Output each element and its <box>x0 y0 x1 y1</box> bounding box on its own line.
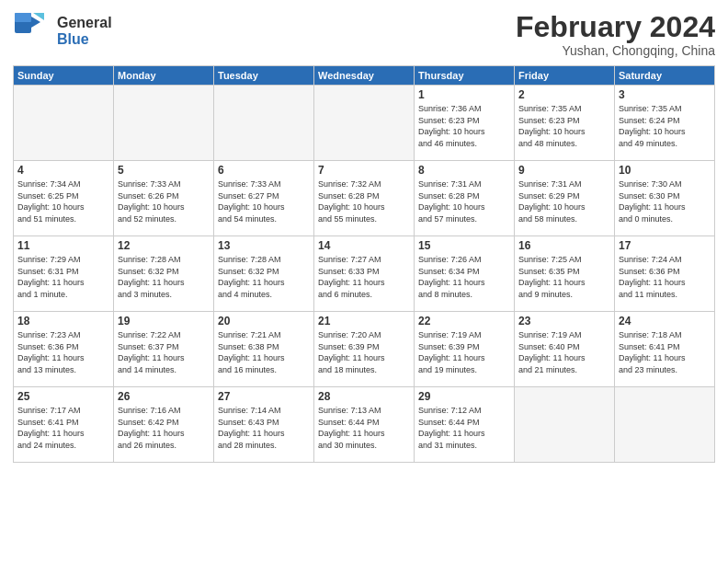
day-info: Sunrise: 7:13 AM Sunset: 6:44 PM Dayligh… <box>318 405 410 451</box>
day-info: Sunrise: 7:23 AM Sunset: 6:36 PM Dayligh… <box>17 329 109 375</box>
calendar-day-cell: 24Sunrise: 7:18 AM Sunset: 6:41 PM Dayli… <box>615 312 715 387</box>
day-number: 9 <box>518 164 610 177</box>
day-info: Sunrise: 7:12 AM Sunset: 6:44 PM Dayligh… <box>418 405 510 451</box>
calendar-weekday-header: Wednesday <box>314 66 415 86</box>
day-number: 24 <box>619 315 711 327</box>
day-number: 13 <box>218 239 310 252</box>
calendar-day-cell <box>14 86 114 161</box>
svg-rect-1 <box>15 13 31 22</box>
day-info: Sunrise: 7:24 AM Sunset: 6:36 PM Dayligh… <box>619 254 711 300</box>
calendar-day-cell: 23Sunrise: 7:19 AM Sunset: 6:40 PM Dayli… <box>515 312 615 387</box>
title-month-year: February 2024 <box>516 11 715 43</box>
day-info: Sunrise: 7:35 AM Sunset: 6:23 PM Dayligh… <box>518 103 610 149</box>
logo-flag-icon <box>13 11 53 52</box>
calendar-day-cell: 22Sunrise: 7:19 AM Sunset: 6:39 PM Dayli… <box>415 312 515 387</box>
day-number: 15 <box>418 239 510 252</box>
day-info: Sunrise: 7:30 AM Sunset: 6:30 PM Dayligh… <box>619 178 711 224</box>
day-info: Sunrise: 7:29 AM Sunset: 6:31 PM Dayligh… <box>17 254 109 300</box>
day-number: 20 <box>218 315 310 327</box>
day-info: Sunrise: 7:36 AM Sunset: 6:23 PM Dayligh… <box>418 103 510 149</box>
page: General Blue February 2024 Yushan, Chong… <box>0 0 728 563</box>
day-info: Sunrise: 7:22 AM Sunset: 6:37 PM Dayligh… <box>118 329 210 375</box>
day-info: Sunrise: 7:33 AM Sunset: 6:27 PM Dayligh… <box>218 178 310 224</box>
calendar-day-cell: 28Sunrise: 7:13 AM Sunset: 6:44 PM Dayli… <box>314 387 415 463</box>
day-info: Sunrise: 7:25 AM Sunset: 6:35 PM Dayligh… <box>518 254 610 300</box>
day-number: 22 <box>418 315 510 327</box>
calendar-day-cell: 9Sunrise: 7:31 AM Sunset: 6:29 PM Daylig… <box>515 161 615 236</box>
calendar-day-cell: 10Sunrise: 7:30 AM Sunset: 6:30 PM Dayli… <box>615 161 715 236</box>
calendar-day-cell <box>114 86 214 161</box>
header: General Blue February 2024 Yushan, Chong… <box>13 11 715 58</box>
day-number: 26 <box>118 390 210 403</box>
day-number: 23 <box>518 315 610 327</box>
calendar-day-cell <box>515 387 615 463</box>
calendar-day-cell: 4Sunrise: 7:34 AM Sunset: 6:25 PM Daylig… <box>14 161 114 236</box>
calendar-day-cell: 12Sunrise: 7:28 AM Sunset: 6:32 PM Dayli… <box>114 236 214 312</box>
day-number: 14 <box>318 239 410 252</box>
calendar-day-cell: 8Sunrise: 7:31 AM Sunset: 6:28 PM Daylig… <box>415 161 515 236</box>
day-info: Sunrise: 7:19 AM Sunset: 6:40 PM Dayligh… <box>518 329 610 375</box>
calendar-week-row: 4Sunrise: 7:34 AM Sunset: 6:25 PM Daylig… <box>14 161 715 236</box>
calendar-day-cell: 20Sunrise: 7:21 AM Sunset: 6:38 PM Dayli… <box>214 312 314 387</box>
calendar-day-cell: 25Sunrise: 7:17 AM Sunset: 6:41 PM Dayli… <box>14 387 114 463</box>
day-number: 29 <box>418 390 510 403</box>
calendar-week-row: 25Sunrise: 7:17 AM Sunset: 6:41 PM Dayli… <box>14 387 715 463</box>
calendar-header-row: SundayMondayTuesdayWednesdayThursdayFrid… <box>14 66 715 86</box>
calendar-day-cell: 1Sunrise: 7:36 AM Sunset: 6:23 PM Daylig… <box>415 86 515 161</box>
day-number: 8 <box>418 164 510 177</box>
day-info: Sunrise: 7:17 AM Sunset: 6:41 PM Dayligh… <box>17 405 109 451</box>
logo-blue: Blue <box>57 31 112 48</box>
calendar-day-cell: 17Sunrise: 7:24 AM Sunset: 6:36 PM Dayli… <box>615 236 715 312</box>
calendar-day-cell: 7Sunrise: 7:32 AM Sunset: 6:28 PM Daylig… <box>314 161 415 236</box>
calendar-day-cell: 11Sunrise: 7:29 AM Sunset: 6:31 PM Dayli… <box>14 236 114 312</box>
title-block: February 2024 Yushan, Chongqing, China <box>516 11 715 58</box>
day-number: 27 <box>218 390 310 403</box>
day-number: 3 <box>619 88 711 101</box>
calendar-weekday-header: Saturday <box>615 66 715 86</box>
calendar-weekday-header: Tuesday <box>214 66 314 86</box>
calendar-week-row: 11Sunrise: 7:29 AM Sunset: 6:31 PM Dayli… <box>14 236 715 312</box>
calendar-weekday-header: Friday <box>515 66 615 86</box>
day-info: Sunrise: 7:33 AM Sunset: 6:26 PM Dayligh… <box>118 178 210 224</box>
day-number: 10 <box>619 164 711 177</box>
calendar-weekday-header: Thursday <box>415 66 515 86</box>
calendar-day-cell: 13Sunrise: 7:28 AM Sunset: 6:32 PM Dayli… <box>214 236 314 312</box>
calendar-day-cell: 14Sunrise: 7:27 AM Sunset: 6:33 PM Dayli… <box>314 236 415 312</box>
calendar-day-cell <box>314 86 415 161</box>
day-number: 1 <box>418 88 510 101</box>
calendar-day-cell: 26Sunrise: 7:16 AM Sunset: 6:42 PM Dayli… <box>114 387 214 463</box>
day-number: 11 <box>17 239 109 252</box>
day-number: 18 <box>17 315 109 327</box>
calendar-day-cell: 29Sunrise: 7:12 AM Sunset: 6:44 PM Dayli… <box>415 387 515 463</box>
day-number: 2 <box>518 88 610 101</box>
title-location: Yushan, Chongqing, China <box>516 43 715 58</box>
calendar-day-cell: 21Sunrise: 7:20 AM Sunset: 6:39 PM Dayli… <box>314 312 415 387</box>
day-number: 17 <box>619 239 711 252</box>
day-number: 4 <box>17 164 109 177</box>
logo: General Blue <box>13 11 112 52</box>
day-info: Sunrise: 7:27 AM Sunset: 6:33 PM Dayligh… <box>318 254 410 300</box>
day-number: 12 <box>118 239 210 252</box>
logo-text: General Blue <box>57 15 112 47</box>
day-number: 19 <box>118 315 210 327</box>
calendar-weekday-header: Monday <box>114 66 214 86</box>
calendar-day-cell: 16Sunrise: 7:25 AM Sunset: 6:35 PM Dayli… <box>515 236 615 312</box>
day-info: Sunrise: 7:31 AM Sunset: 6:29 PM Dayligh… <box>518 178 610 224</box>
day-number: 16 <box>518 239 610 252</box>
day-info: Sunrise: 7:26 AM Sunset: 6:34 PM Dayligh… <box>418 254 510 300</box>
calendar-day-cell: 18Sunrise: 7:23 AM Sunset: 6:36 PM Dayli… <box>14 312 114 387</box>
calendar-table: SundayMondayTuesdayWednesdayThursdayFrid… <box>13 65 715 463</box>
calendar-day-cell <box>214 86 314 161</box>
logo-general: General <box>57 15 112 31</box>
calendar-day-cell: 6Sunrise: 7:33 AM Sunset: 6:27 PM Daylig… <box>214 161 314 236</box>
calendar-day-cell: 19Sunrise: 7:22 AM Sunset: 6:37 PM Dayli… <box>114 312 214 387</box>
svg-marker-2 <box>31 17 40 28</box>
day-number: 25 <box>17 390 109 403</box>
calendar-day-cell: 27Sunrise: 7:14 AM Sunset: 6:43 PM Dayli… <box>214 387 314 463</box>
day-info: Sunrise: 7:19 AM Sunset: 6:39 PM Dayligh… <box>418 329 510 375</box>
day-number: 7 <box>318 164 410 177</box>
calendar-week-row: 1Sunrise: 7:36 AM Sunset: 6:23 PM Daylig… <box>14 86 715 161</box>
calendar-day-cell <box>615 387 715 463</box>
calendar-day-cell: 5Sunrise: 7:33 AM Sunset: 6:26 PM Daylig… <box>114 161 214 236</box>
day-number: 28 <box>318 390 410 403</box>
